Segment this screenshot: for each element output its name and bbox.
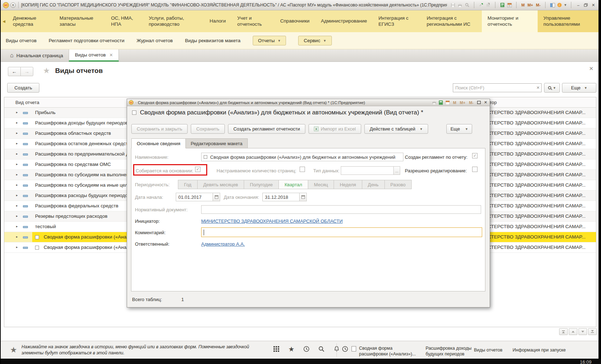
tab-vidy-otchetov[interactable]: Виды отчетов ✕ [69,49,119,62]
tab-layout-edit[interactable]: Редактирование макета [185,138,248,148]
expand-icon[interactable]: ▸ [16,173,18,176]
expand-icon[interactable]: ▸ [16,204,18,207]
memory-m-button[interactable]: M [520,3,525,7]
favorite-star-icon[interactable]: ★ [43,66,50,75]
search-input[interactable] [453,85,535,90]
column-report-type[interactable]: Вид отчета [15,100,39,105]
calculator-icon[interactable] [499,3,505,8]
ribbon-tab[interactable]: Материальные запасы [54,10,105,32]
history-item[interactable]: Виды отчетов [474,348,503,353]
memory-m-button[interactable]: M [452,100,457,105]
expand-icon[interactable]: ▸ [16,225,18,228]
expand-icon[interactable]: ▸ [16,245,18,249]
ribbon-tab[interactable]: Интеграция с региональными ИС [421,10,482,32]
ribbon-tab[interactable]: Интеграция с ЕГИСЗ [373,10,421,32]
tab-main-info[interactable]: Основные сведения [131,138,186,148]
table-action-button[interactable]: Действие с таблицей▼ [364,124,428,134]
ribbon-tab[interactable]: Услуги, работы, производство [143,10,204,32]
search-button[interactable]: ▼ [544,83,560,93]
go-first-button[interactable] [559,328,568,335]
tab-close-icon[interactable]: ✕ [109,53,113,58]
period-option-полугодие[interactable]: Полугодие [244,180,279,189]
memory-mminus-button[interactable]: M- [535,3,541,7]
calendar-icon[interactable] [445,100,450,105]
history-icon[interactable] [303,345,310,353]
date-end-input[interactable]: 31.12.2018 [262,193,300,201]
ribbon-tab[interactable]: Управление пользователями [538,10,598,32]
period-option-месяц[interactable]: Месяц [308,180,334,189]
main-menu-dropdown-icon[interactable]: ▼ [10,3,16,8]
period-option-разово[interactable]: Разово [384,180,412,189]
tab-home[interactable]: ⌂ Начальная страница [4,49,69,62]
expand-icon[interactable]: ▸ [16,131,18,135]
memory-mminus-button[interactable]: M- [468,100,474,105]
expand-icon[interactable]: ▸ [16,162,18,166]
more-button[interactable]: Еще▼ [562,83,596,93]
history-icon[interactable] [341,345,349,353]
page-close-icon[interactable]: ✕ [589,65,593,72]
go-last-button[interactable] [588,328,597,335]
expand-icon[interactable]: ▸ [16,214,18,218]
import-excel-button[interactable]: XИмпорт из Excel [309,124,361,134]
custom-pages-checkbox[interactable] [300,167,305,172]
forward-button[interactable]: → [20,67,33,76]
create-button[interactable]: Создать [7,83,39,93]
initiator-link[interactable]: МИНИСТЕРСТВО ЗДРАВООХРАНЕНИЯ САМАРСКОЙ О… [201,218,343,224]
menu-grid-icon[interactable] [273,345,280,353]
period-option-квартал[interactable]: Квартал [278,180,308,189]
history-item[interactable]: Информация при запуске [513,348,566,353]
info-dropdown-icon[interactable]: ▼ [564,3,567,7]
normative-doc-input[interactable] [201,205,481,214]
add-link-icon[interactable] [478,3,484,8]
minimize-button[interactable]: – [575,3,581,8]
split-view-icon[interactable] [549,3,555,8]
expand-icon[interactable]: ▸ [16,152,18,156]
expand-icon[interactable]: ▸ [16,121,18,124]
service-dropdown-button[interactable]: Сервис▼ [298,36,331,45]
expand-icon[interactable]: ▸ [16,142,18,145]
search-icon[interactable] [318,345,325,353]
period-option-девять-месяцев[interactable]: Девять месяцев [197,180,244,189]
save-close-button[interactable]: Сохранить и закрыть [131,124,188,134]
edit-allowed-checkbox[interactable] [472,167,478,172]
expand-icon[interactable]: ▸ [16,193,18,197]
menu-vidy-otchetov[interactable]: Виды отчетов [6,38,37,43]
close-button[interactable]: ✕ [590,3,596,8]
restore-button[interactable] [583,3,589,8]
data-type-choose-button[interactable]: ... [394,166,400,175]
favorites-star-icon[interactable]: ★ [288,345,295,353]
period-option-неделя[interactable]: Неделя [334,180,362,189]
ribbon-tab[interactable]: Денежные средства [7,10,54,32]
print-icon[interactable] [432,100,436,105]
menu-reglament[interactable]: Регламент подготовки отчетности [49,38,124,43]
history-item[interactable]: Сводная форма расшифровки («Анализ»)... [359,345,416,357]
info-icon[interactable]: i [557,3,562,8]
menu-zhurnal[interactable]: Журнал отчетов [136,38,173,43]
go-down-button[interactable] [578,328,587,335]
ribbon-tab[interactable]: Администрирование [315,10,373,32]
dialog-titlebar[interactable]: 1С · Сводная форма расшифровки («Анализ»… [127,99,490,106]
history-item[interactable]: Расшифровка доходы будущих периодов [426,345,479,357]
comment-input[interactable] [201,227,482,237]
back-button[interactable]: ← [8,67,21,76]
calculator-icon[interactable] [438,100,443,105]
ribbon-tab[interactable]: Мониторинг и отчетность [482,10,538,32]
memory-mplus-button[interactable]: M+ [459,100,466,105]
responsible-link[interactable]: Администратор А.А. [201,241,245,247]
period-option-год[interactable]: Год [178,180,198,189]
calendar-icon[interactable]: 31 [507,3,512,8]
save-icon[interactable] [450,3,456,8]
reports-dropdown-button[interactable]: Отчеты▼ [253,36,286,45]
menu-rekvizity[interactable]: Виды реквизитов макета [185,38,241,43]
preview-icon[interactable] [464,3,470,8]
close-button[interactable]: ✕ [483,100,488,105]
reglament-created-checkbox[interactable]: ✓ [472,153,478,158]
get-link-icon[interactable] [485,3,491,8]
dialog-more-button[interactable]: Еще▼ [446,124,472,134]
save-button[interactable]: Сохранить [191,124,225,134]
date-start-calendar-button[interactable] [213,193,220,201]
name-input[interactable]: Сводная форма расшифровки («Анализ») для… [201,153,403,161]
memory-mplus-button[interactable]: M+ [527,3,534,7]
expand-icon[interactable]: ▸ [16,235,18,238]
date-end-calendar-button[interactable] [300,193,307,201]
